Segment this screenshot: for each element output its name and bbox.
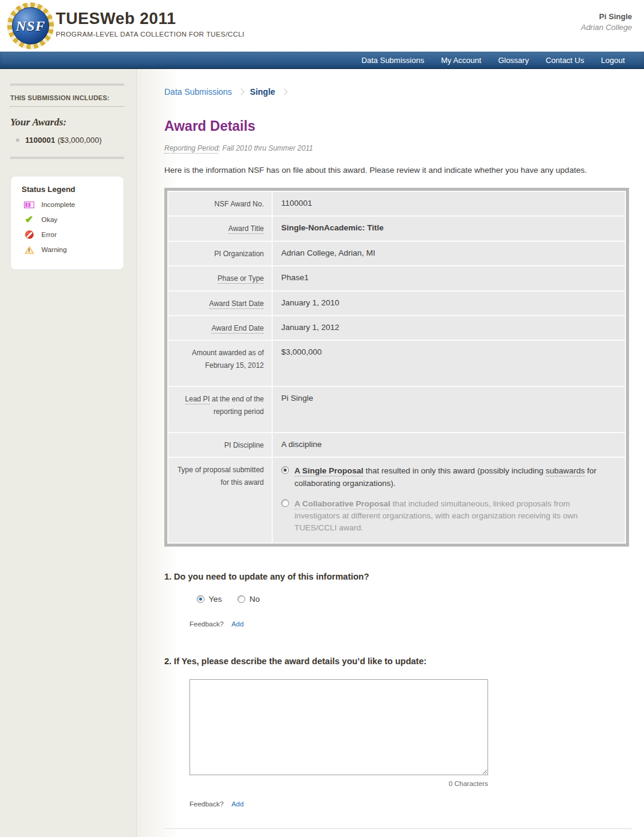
- breadcrumb: Data Submissions Single: [164, 87, 631, 97]
- option-collaborative-proposal: A Collaborative Proposal that included s…: [281, 498, 607, 535]
- row-value: January 1, 2010: [273, 292, 625, 315]
- section-divider: [164, 828, 631, 829]
- user-organization: Adrian College: [581, 23, 632, 32]
- reporting-period-value: : Fall 2010 thru Summer 2011: [218, 144, 313, 152]
- no-radio[interactable]: [237, 595, 245, 603]
- table-row: PI Organization Adrian College, Adrian, …: [168, 242, 625, 265]
- user-name: Pi Single: [581, 12, 632, 21]
- sidebar-award-item[interactable]: 1100001 ($3,000,000): [16, 136, 124, 145]
- user-info: Pi Single Adrian College: [581, 12, 632, 32]
- chevron-right-icon: [237, 88, 244, 95]
- option-title: A Collaborative Proposal: [294, 499, 390, 509]
- bullet-icon: [16, 139, 19, 142]
- nsf-logo-text: NSF: [16, 18, 46, 34]
- nsf-logo: NSF: [7, 2, 54, 49]
- update-description-box: 0 Characters: [189, 679, 488, 787]
- award-number[interactable]: 1100001: [25, 136, 55, 145]
- update-description-textarea[interactable]: [189, 679, 488, 775]
- feedback-label: Feedback?: [189, 620, 224, 628]
- app-subtitle: PROGRAM-LEVEL DATA COLLECTION FOR TUES/C…: [56, 31, 245, 38]
- legend-row-okay: ✔ Okay: [24, 215, 116, 224]
- legend-row-incomplete: Incomplete: [24, 200, 116, 209]
- main-panel: Data Submissions Single Award Details Re…: [137, 69, 644, 837]
- row-value: Pi Single: [273, 387, 625, 432]
- your-awards-heading: Your Awards:: [10, 116, 124, 128]
- app-title: TUESWeb 2011: [56, 10, 245, 28]
- nsf-logo-globe: NSF: [12, 7, 49, 44]
- feedback-label: Feedback?: [189, 800, 224, 808]
- table-row: PI Discipline A discipline: [168, 433, 625, 457]
- question-2: 2. If Yes, please describe the award det…: [164, 656, 631, 808]
- option-title: A Single Proposal: [294, 466, 363, 476]
- breadcrumb-single: Single: [250, 87, 275, 97]
- nav-item-data-submissions[interactable]: Data Submissions: [353, 52, 433, 69]
- single-proposal-radio[interactable]: [281, 466, 289, 474]
- legend-label: Okay: [41, 216, 58, 223]
- row-value: January 1, 2012: [273, 316, 625, 340]
- row-label: Award Start Date: [168, 292, 272, 315]
- row-label: PI Organization: [168, 242, 272, 265]
- nav-item-my-account[interactable]: My Account: [432, 52, 489, 69]
- sidebar-divider-bar: [10, 157, 124, 159]
- legend-label: Warning: [41, 246, 67, 253]
- legend-row-error: Error: [24, 230, 116, 239]
- award-amount: ($3,000,000): [58, 136, 102, 145]
- table-row: Award Title Single-NonAcademic: Title: [168, 217, 625, 240]
- legend-label: Incomplete: [41, 201, 75, 208]
- status-legend: Status Legend Incomplete ✔ Okay Error Wa…: [10, 176, 124, 270]
- table-row: Lead PI at the end of the reporting peri…: [168, 387, 625, 432]
- status-legend-title: Status Legend: [22, 185, 116, 194]
- page-title: Award Details: [164, 118, 631, 134]
- proposal-options: A Single Proposal that resulted in only …: [273, 458, 625, 542]
- feedback-add-link[interactable]: Add: [231, 800, 243, 808]
- error-icon: [24, 230, 34, 239]
- warning-icon: [24, 245, 34, 254]
- row-label: Phase or Type: [168, 266, 272, 290]
- row-value: Single-NonAcademic: Title: [273, 217, 625, 240]
- table-row: Phase or Type Phase1: [168, 266, 625, 290]
- question-1-heading: 1. Do you need to update any of this inf…: [164, 572, 631, 581]
- page: NSF TUESWeb 2011 PROGRAM-LEVEL DATA COLL…: [0, 0, 644, 837]
- option-single-proposal: A Single Proposal that resulted in only …: [281, 465, 607, 490]
- nav-item-contact-us[interactable]: Contact Us: [537, 52, 592, 69]
- row-value: 1100001: [273, 192, 625, 215]
- row-label: Lead PI at the end of the reporting peri…: [168, 387, 272, 432]
- feedback-row: Feedback? Add: [189, 620, 631, 628]
- yes-label[interactable]: Yes: [209, 595, 222, 604]
- question-2-heading: 2. If Yes, please describe the award det…: [164, 656, 631, 666]
- subawards-term: subawards: [546, 466, 585, 476]
- row-label: Type of proposal submitted for this awar…: [168, 458, 272, 542]
- row-label: Award End Date: [168, 316, 272, 340]
- nav-item-glossary[interactable]: Glossary: [490, 52, 537, 69]
- feedback-add-link[interactable]: Add: [231, 620, 243, 628]
- dotted-divider: [10, 106, 124, 107]
- table-row: NSF Award No. 1100001: [168, 192, 625, 215]
- reporting-period: Reporting Period: Fall 2010 thru Summer …: [164, 144, 631, 152]
- row-label: NSF Award No.: [168, 192, 272, 215]
- table-row: Award End Date January 1, 2012: [168, 316, 625, 340]
- question-1: 1. Do you need to update any of this inf…: [164, 572, 631, 628]
- award-details-table: NSF Award No. 1100001 Award Title Single…: [164, 188, 629, 547]
- sidebar: THIS SUBMISSION INCLUDES: Your Awards: 1…: [0, 69, 137, 837]
- table-row: Amount awarded as of February 15, 2012 $…: [168, 341, 625, 386]
- breadcrumb-data-submissions[interactable]: Data Submissions: [164, 87, 232, 97]
- collaborative-proposal-radio[interactable]: [281, 499, 289, 507]
- question-1-radio-group: Yes No: [197, 595, 631, 604]
- submission-includes-heading: THIS SUBMISSION INCLUDES:: [10, 94, 124, 101]
- row-label: Award Title: [168, 217, 272, 240]
- app-titles: TUESWeb 2011 PROGRAM-LEVEL DATA COLLECTI…: [56, 10, 245, 38]
- row-value: Phase1: [273, 266, 625, 290]
- nav-item-logout[interactable]: Logout: [592, 52, 633, 69]
- legend-row-warning: Warning: [24, 245, 116, 254]
- table-row: Award Start Date January 1, 2010: [168, 292, 625, 315]
- reporting-period-label: Reporting Period: [164, 144, 218, 154]
- row-value: Adrian College, Adrian, MI: [273, 242, 625, 265]
- content-area: THIS SUBMISSION INCLUDES: Your Awards: 1…: [0, 69, 644, 837]
- yes-radio[interactable]: [197, 595, 204, 603]
- legend-label: Error: [41, 231, 57, 238]
- row-label: Amount awarded as of February 15, 2012: [168, 341, 272, 386]
- main-nav: Data Submissions My Account Glossary Con…: [0, 52, 644, 69]
- row-label: PI Discipline: [168, 433, 272, 457]
- chevron-right-icon: [281, 88, 287, 95]
- no-label[interactable]: No: [249, 595, 260, 604]
